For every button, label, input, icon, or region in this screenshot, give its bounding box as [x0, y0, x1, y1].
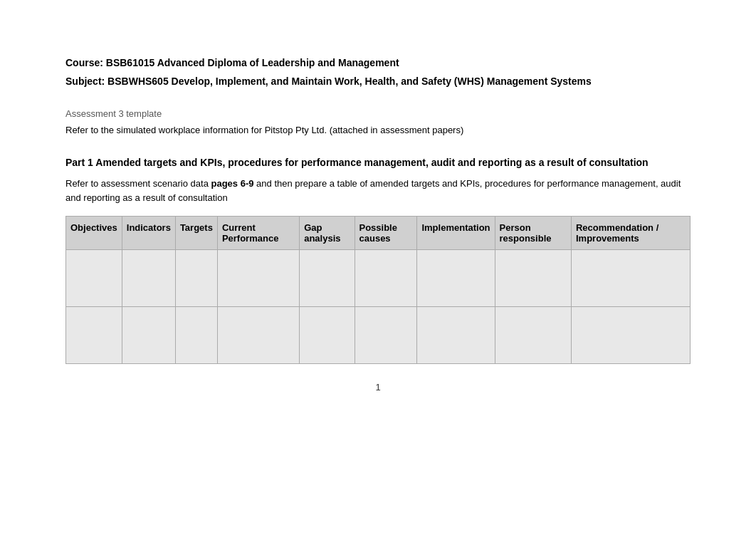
col-recommendation: Recommendation / Improvements: [571, 217, 690, 250]
cell-indicators-2: [122, 307, 175, 364]
refer-data-bold: pages 6-9: [211, 178, 254, 189]
cell-implementation-1: [417, 250, 495, 307]
refer-data-prefix: Refer to assessment scenario data: [65, 178, 211, 189]
col-implementation: Implementation: [417, 217, 495, 250]
cell-targets-2: [175, 307, 217, 364]
kpi-table: Objectives Indicators Targets Current Pe…: [65, 216, 691, 364]
cell-gap-analysis-1: [300, 250, 355, 307]
col-indicators: Indicators: [122, 217, 175, 250]
cell-objectives-1: [66, 250, 122, 307]
cell-current-performance-1: [217, 250, 299, 307]
cell-possible-causes-2: [355, 307, 417, 364]
col-current-performance: Current Performance: [217, 217, 299, 250]
cell-implementation-2: [417, 307, 495, 364]
page-number: 1: [375, 382, 380, 393]
cell-current-performance-2: [217, 307, 299, 364]
page-container: Course: BSB61015 Advanced Diploma of Lea…: [0, 0, 756, 407]
table-header-row: Objectives Indicators Targets Current Pe…: [66, 217, 691, 250]
table-row: [66, 250, 691, 307]
cell-person-responsible-2: [495, 307, 571, 364]
col-objectives: Objectives: [66, 217, 122, 250]
subject-line: Subject: BSBWHS605 Develop, Implement, a…: [65, 76, 691, 87]
cell-objectives-2: [66, 307, 122, 364]
cell-recommendation-2: [571, 307, 690, 364]
cell-indicators-1: [122, 250, 175, 307]
col-possible-causes: Possible causes: [355, 217, 417, 250]
table-row: [66, 307, 691, 364]
refer-simulated-line: Refer to the simulated workplace informa…: [65, 125, 691, 135]
cell-person-responsible-1: [495, 250, 571, 307]
refer-data-line: Refer to assessment scenario data pages …: [65, 177, 691, 204]
part1-heading: Part 1 Amended targets and KPIs, procedu…: [65, 157, 691, 168]
col-targets: Targets: [175, 217, 217, 250]
col-person-responsible: Person responsible: [495, 217, 571, 250]
cell-gap-analysis-2: [300, 307, 355, 364]
col-gap-analysis: Gap analysis: [300, 217, 355, 250]
cell-recommendation-1: [571, 250, 690, 307]
assessment-template: Assessment 3 template: [65, 108, 691, 119]
cell-possible-causes-1: [355, 250, 417, 307]
course-line: Course: BSB61015 Advanced Diploma of Lea…: [65, 57, 691, 68]
cell-targets-1: [175, 250, 217, 307]
